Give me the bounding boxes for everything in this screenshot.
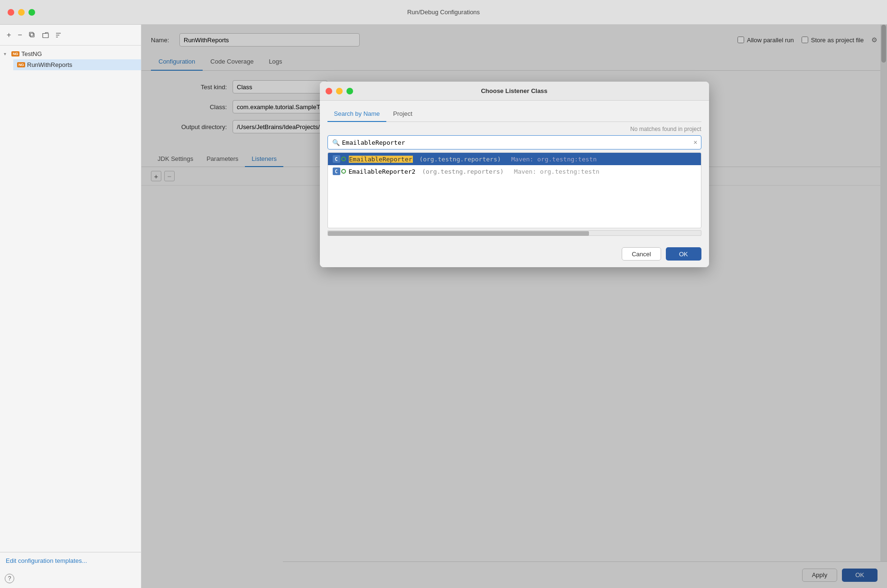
sidebar-bottom: ? [0,569,141,588]
modal-scrollbar[interactable] [327,230,701,236]
modal-close-button[interactable] [326,88,332,94]
modal-results-list: C EmailableReporter (org.testng.reporter… [327,152,701,228]
ng-badge-child: NG [17,62,25,67]
search-icon: 🔍 [332,139,340,146]
modal-footer: Cancel OK [320,242,709,267]
testng-group: ▾ NG TestNG NG RunWithReports [0,47,141,71]
modal-tabs: Search by Name Project [327,106,701,122]
modal-body: Search by Name Project No matches found … [320,101,709,242]
modal-window-controls [326,88,353,94]
svg-rect-0 [30,33,34,37]
result-package: (org.testng.reporters) [418,168,504,175]
minimize-button[interactable] [18,9,25,16]
result-package: (org.testng.reporters) [416,156,501,163]
modal-minimize-button[interactable] [336,88,343,94]
maximize-button[interactable] [28,9,35,16]
modal-ok-button[interactable]: OK [666,247,701,261]
new-folder-button[interactable] [40,31,51,39]
sidebar: + − ▾ NG TestNG NG [0,25,141,588]
result-item[interactable]: C EmailableReporter2 (org.testng.reporte… [328,165,701,177]
implements-icon [341,169,346,174]
class-icon: C [333,155,340,163]
right-panel: Name: Allow parallel run Store as projec… [141,25,887,588]
title-bar: Run/Debug Configurations [0,0,887,25]
modal-overlay: Choose Listener Class Search by Name Pro… [141,25,887,588]
implements-icon [341,157,346,161]
modal-dialog: Choose Listener Class Search by Name Pro… [320,82,709,267]
help-button[interactable]: ? [5,574,14,583]
result-name: EmailableReporter2 [349,168,416,175]
add-config-button[interactable]: + [5,30,13,40]
modal-maximize-button[interactable] [346,88,353,94]
modal-scrollbar-thumb [328,231,589,236]
edit-templates-link[interactable]: Edit configuration templates... [6,557,87,564]
modal-search-clear-button[interactable]: × [693,139,697,146]
window-title: Run/Debug Configurations [407,9,480,16]
remove-config-button[interactable]: − [16,30,24,40]
sidebar-group-label: TestNG [21,50,42,57]
sidebar-item-testng[interactable]: ▾ NG TestNG [0,48,141,59]
result-maven: Maven: org.testng:testn [504,156,597,163]
sidebar-footer: Edit configuration templates... [0,552,141,569]
modal-tab-search-by-name[interactable]: Search by Name [327,106,387,122]
modal-title-bar: Choose Listener Class [320,82,709,101]
modal-tab-project[interactable]: Project [386,106,419,122]
svg-rect-1 [29,32,33,36]
copy-config-button[interactable] [27,31,37,39]
modal-search-input[interactable] [327,135,701,149]
ng-badge: NG [11,51,19,56]
close-button[interactable] [8,9,14,16]
result-name-highlighted: EmailableReporter [349,156,413,163]
modal-cancel-button[interactable]: Cancel [622,247,661,261]
sidebar-toolbar: + − [0,25,141,46]
main-layout: + − ▾ NG TestNG NG [0,25,887,588]
no-matches-text: No matches found in project [327,126,701,132]
result-maven: Maven: org.testng:testn [506,168,599,175]
sidebar-children: NG RunWithReports [0,59,141,70]
sort-button[interactable] [54,31,63,39]
modal-search-wrapper: 🔍 × [327,135,701,149]
tree-arrow: ▾ [4,51,9,56]
modal-title: Choose Listener Class [481,87,547,94]
sidebar-item-runwithreports[interactable]: NG RunWithReports [13,59,141,70]
result-item[interactable]: C EmailableReporter (org.testng.reporter… [328,153,701,165]
sidebar-tree: ▾ NG TestNG NG RunWithReports [0,46,141,552]
class-icon: C [333,168,340,175]
sidebar-child-label: RunWithReports [27,61,72,68]
window-controls [8,9,35,16]
